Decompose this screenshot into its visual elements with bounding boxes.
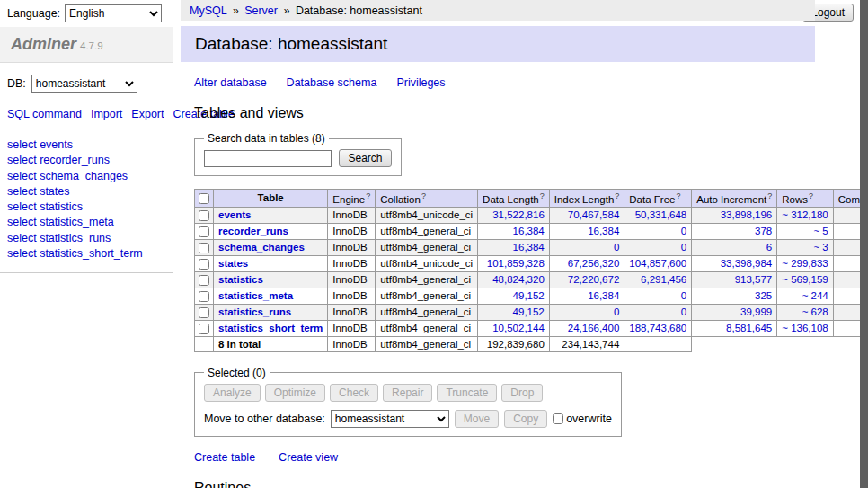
create-links: Create tableCreate view [194,451,815,464]
row-checkbox-statistics-meta[interactable] [199,291,209,302]
db-action-alter-database[interactable]: Alter database [194,76,267,89]
row-checkbox-statistics[interactable] [199,275,209,286]
search-button[interactable]: Search [339,149,391,167]
drop-button[interactable]: Drop [501,384,543,402]
sidebar-item-schema-changes[interactable]: select schema_changes [7,168,166,183]
db-action-database-schema[interactable]: Database schema [287,76,377,89]
db-select[interactable]: homeassistant [31,75,137,93]
sidebar-table-item: select statistics [7,200,166,215]
cell-rows: ~ 299,833 [777,255,833,271]
overwrite-checkbox[interactable] [553,413,563,424]
tables-table: TableEngine?Collation?Data Length?Index … [194,189,868,352]
sidebar-item-states[interactable]: select states [7,183,166,199]
sidebar-link-export[interactable]: Export [131,108,164,120]
overwrite-option[interactable]: overwrite [553,413,612,425]
table-link-statistics-meta[interactable]: statistics_meta [218,290,293,301]
truncate-button[interactable]: Truncate [437,384,497,402]
select-all-checkbox[interactable] [199,193,209,204]
analyze-button[interactable]: Analyze [204,384,261,402]
cell-data-free: 0 [624,288,692,304]
row-checkbox-statistics-runs[interactable] [199,307,209,318]
column-header-index-length: Index Length? [549,190,624,208]
cell-index-length: 16,384 [549,223,624,239]
section-routines-heading: Routines [194,480,815,488]
database-actions: Alter databaseDatabase schemaPrivileges [194,76,815,89]
table-link-statistics-runs[interactable]: statistics_runs [218,306,291,317]
sidebar-item-statistics-meta[interactable]: select statistics_meta [7,215,166,230]
create-link-create-view[interactable]: Create view [279,451,338,464]
sidebar-item-statistics-short-term[interactable]: select statistics_short_term [7,245,166,261]
table-link-states[interactable]: states [218,258,248,269]
help-link[interactable]: ? [366,191,370,200]
copy-button[interactable]: Copy [504,410,547,428]
rows-count-link-states[interactable]: ~ 299,833 [782,258,828,269]
help-link[interactable]: ? [540,191,545,200]
rows-count-link-statistics-runs[interactable]: ~ 628 [802,306,828,317]
repair-button[interactable]: Repair [383,384,432,402]
selected-buttons-row: AnalyzeOptimizeCheckRepairTruncateDrop [204,384,612,402]
table-link-recorder-runs[interactable]: recorder_runs [218,226,288,236]
help-link[interactable]: ? [676,191,680,200]
rows-count-link-recorder-runs[interactable]: ~ 5 [813,226,828,236]
row-checkbox-statistics-short-term[interactable] [199,324,209,334]
rows-count-link-schema-changes[interactable]: ~ 3 [813,242,828,253]
help-link[interactable]: ? [615,191,619,200]
sidebar-item-recorder-runs[interactable]: select recorder_runs [7,153,166,168]
column-header-data-length: Data Length? [478,190,550,208]
help-link[interactable]: ? [767,191,772,200]
scrollbar-thumb[interactable] [860,0,868,488]
rows-count-link-statistics[interactable]: ~ 569,159 [782,274,828,285]
column-header-data-free: Data Free? [624,190,692,208]
table-row-statistics-short-term: statistics_short_termInnoDButf8mb4_gener… [195,320,868,336]
column-header-auto-increment: Auto Increment? [692,190,777,208]
row-checkbox-events[interactable] [199,210,209,221]
cell-data-length: 10,502,144 [478,320,550,336]
sidebar-link-import[interactable]: Import [91,108,122,120]
check-button[interactable]: Check [330,384,378,402]
help-link[interactable]: ? [809,191,813,200]
table-row-statistics-runs: statistics_runsInnoDButf8mb4_general_ci4… [195,304,868,320]
cell-engine: InnoDB [328,288,376,304]
cell-collation: utf8mb4_unicode_ci [376,255,478,271]
row-select-cell [195,255,214,271]
rows-count-link-events[interactable]: ~ 312,180 [782,209,828,220]
cell-rows: ~ 3 [777,239,833,255]
search-input[interactable] [204,150,332,167]
rows-count-link-statistics-meta[interactable]: ~ 244 [802,290,828,301]
cell-engine: InnoDB [328,304,376,320]
cell-table-name: recorder_runs [214,223,328,239]
content-inner: Alter databaseDatabase schemaPrivileges … [181,76,815,488]
cell-auto-increment: 325 [692,288,777,304]
cell-data-length: 101,859,328 [478,255,550,271]
row-checkbox-schema-changes[interactable] [199,243,209,253]
sidebar-item-statistics[interactable]: select statistics [7,200,166,215]
rows-count-link-statistics-short-term[interactable]: ~ 136,108 [782,323,828,333]
db-action-privileges[interactable]: Privileges [396,76,445,89]
app-name: Adminer [11,35,76,53]
table-link-statistics-short-term[interactable]: statistics_short_term [218,323,323,333]
row-checkbox-recorder-runs[interactable] [199,226,209,237]
row-checkbox-states[interactable] [199,259,209,270]
sidebar-table-item: select events [7,138,166,153]
optimize-button[interactable]: Optimize [265,384,325,402]
move-button[interactable]: Move [455,410,499,428]
cell-data-length: 48,824,320 [478,271,550,288]
cell-auto-increment: 33,898,196 [692,207,777,223]
cell-engine: InnoDB [328,271,376,288]
breadcrumb-server[interactable]: Server [244,4,278,17]
scrollbar[interactable] [860,0,868,488]
help-link[interactable]: ? [421,191,426,200]
sidebar-actions: SQL commandImportExportCreate table [7,107,144,123]
sidebar-item-events[interactable]: select events [7,138,166,153]
language-select[interactable]: English [65,4,162,22]
table-link-statistics[interactable]: statistics [218,274,263,285]
overwrite-label: overwrite [566,413,612,425]
breadcrumb-mysql[interactable]: MySQL [190,4,226,17]
sidebar-link-sql-command[interactable]: SQL command [7,108,82,120]
breadcrumb-current: Database: homeassistant [296,4,422,17]
sidebar-item-statistics-runs[interactable]: select statistics_runs [7,230,166,245]
table-link-schema-changes[interactable]: schema_changes [218,242,305,253]
move-db-select[interactable]: homeassistant [331,410,449,428]
table-link-events[interactable]: events [218,209,251,220]
create-link-create-table[interactable]: Create table [194,451,255,464]
